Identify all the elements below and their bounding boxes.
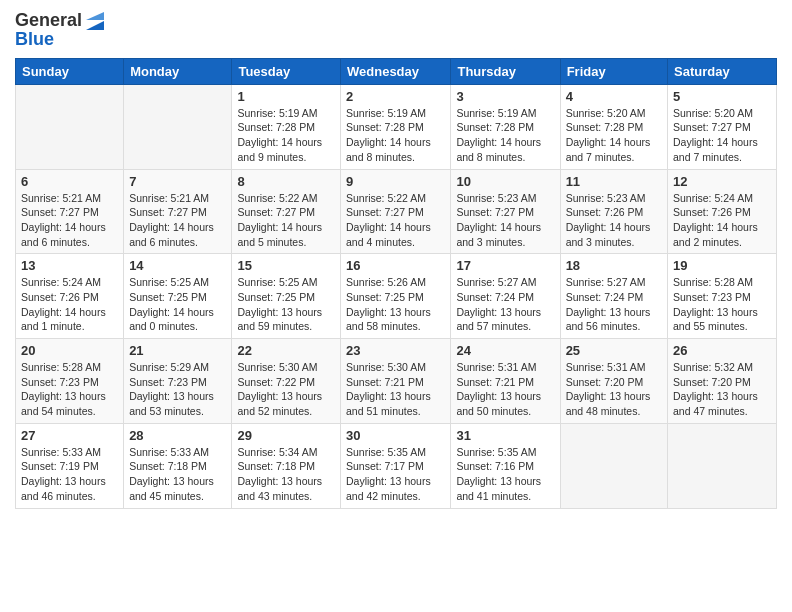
calendar-cell: 31 Sunrise: 5:35 AM Sunset: 7:16 PM Dayl… [451, 423, 560, 508]
day-number: 26 [673, 343, 771, 358]
day-info: Sunrise: 5:20 AM Sunset: 7:28 PM Dayligh… [566, 106, 662, 165]
day-number: 6 [21, 174, 118, 189]
day-info: Sunrise: 5:33 AM Sunset: 7:19 PM Dayligh… [21, 445, 118, 504]
calendar-week-1: 1 Sunrise: 5:19 AM Sunset: 7:28 PM Dayli… [16, 84, 777, 169]
logo-triangle-icon [84, 10, 106, 32]
day-info: Sunrise: 5:22 AM Sunset: 7:27 PM Dayligh… [237, 191, 335, 250]
day-number: 21 [129, 343, 226, 358]
day-info: Sunrise: 5:25 AM Sunset: 7:25 PM Dayligh… [237, 275, 335, 334]
day-info: Sunrise: 5:29 AM Sunset: 7:23 PM Dayligh… [129, 360, 226, 419]
day-number: 28 [129, 428, 226, 443]
calendar-cell: 22 Sunrise: 5:30 AM Sunset: 7:22 PM Dayl… [232, 339, 341, 424]
day-info: Sunrise: 5:31 AM Sunset: 7:21 PM Dayligh… [456, 360, 554, 419]
day-number: 7 [129, 174, 226, 189]
day-number: 15 [237, 258, 335, 273]
calendar-cell: 15 Sunrise: 5:25 AM Sunset: 7:25 PM Dayl… [232, 254, 341, 339]
day-info: Sunrise: 5:35 AM Sunset: 7:16 PM Dayligh… [456, 445, 554, 504]
calendar-cell: 4 Sunrise: 5:20 AM Sunset: 7:28 PM Dayli… [560, 84, 667, 169]
page-container: General Blue SundayMondayTuesdayWednesda… [0, 0, 792, 519]
calendar-cell: 27 Sunrise: 5:33 AM Sunset: 7:19 PM Dayl… [16, 423, 124, 508]
day-number: 2 [346, 89, 445, 104]
day-number: 18 [566, 258, 662, 273]
day-info: Sunrise: 5:20 AM Sunset: 7:27 PM Dayligh… [673, 106, 771, 165]
day-info: Sunrise: 5:28 AM Sunset: 7:23 PM Dayligh… [21, 360, 118, 419]
calendar-cell: 7 Sunrise: 5:21 AM Sunset: 7:27 PM Dayli… [124, 169, 232, 254]
day-number: 8 [237, 174, 335, 189]
day-info: Sunrise: 5:24 AM Sunset: 7:26 PM Dayligh… [21, 275, 118, 334]
day-number: 27 [21, 428, 118, 443]
calendar-week-4: 20 Sunrise: 5:28 AM Sunset: 7:23 PM Dayl… [16, 339, 777, 424]
calendar-cell [16, 84, 124, 169]
day-info: Sunrise: 5:22 AM Sunset: 7:27 PM Dayligh… [346, 191, 445, 250]
day-number: 13 [21, 258, 118, 273]
day-number: 9 [346, 174, 445, 189]
day-number: 23 [346, 343, 445, 358]
calendar-cell: 18 Sunrise: 5:27 AM Sunset: 7:24 PM Dayl… [560, 254, 667, 339]
calendar-cell: 24 Sunrise: 5:31 AM Sunset: 7:21 PM Dayl… [451, 339, 560, 424]
calendar-cell: 23 Sunrise: 5:30 AM Sunset: 7:21 PM Dayl… [341, 339, 451, 424]
calendar-cell: 19 Sunrise: 5:28 AM Sunset: 7:23 PM Dayl… [668, 254, 777, 339]
calendar-cell: 14 Sunrise: 5:25 AM Sunset: 7:25 PM Dayl… [124, 254, 232, 339]
calendar-week-5: 27 Sunrise: 5:33 AM Sunset: 7:19 PM Dayl… [16, 423, 777, 508]
calendar-cell [560, 423, 667, 508]
day-number: 29 [237, 428, 335, 443]
day-number: 24 [456, 343, 554, 358]
calendar-cell: 9 Sunrise: 5:22 AM Sunset: 7:27 PM Dayli… [341, 169, 451, 254]
day-info: Sunrise: 5:27 AM Sunset: 7:24 PM Dayligh… [456, 275, 554, 334]
day-info: Sunrise: 5:30 AM Sunset: 7:22 PM Dayligh… [237, 360, 335, 419]
day-info: Sunrise: 5:31 AM Sunset: 7:20 PM Dayligh… [566, 360, 662, 419]
svg-marker-0 [86, 21, 104, 30]
day-number: 31 [456, 428, 554, 443]
day-info: Sunrise: 5:27 AM Sunset: 7:24 PM Dayligh… [566, 275, 662, 334]
calendar-cell: 20 Sunrise: 5:28 AM Sunset: 7:23 PM Dayl… [16, 339, 124, 424]
weekday-header-friday: Friday [560, 58, 667, 84]
day-number: 3 [456, 89, 554, 104]
day-number: 22 [237, 343, 335, 358]
day-info: Sunrise: 5:35 AM Sunset: 7:17 PM Dayligh… [346, 445, 445, 504]
day-info: Sunrise: 5:21 AM Sunset: 7:27 PM Dayligh… [21, 191, 118, 250]
calendar-cell: 13 Sunrise: 5:24 AM Sunset: 7:26 PM Dayl… [16, 254, 124, 339]
day-info: Sunrise: 5:19 AM Sunset: 7:28 PM Dayligh… [346, 106, 445, 165]
day-number: 5 [673, 89, 771, 104]
day-info: Sunrise: 5:30 AM Sunset: 7:21 PM Dayligh… [346, 360, 445, 419]
calendar-cell: 21 Sunrise: 5:29 AM Sunset: 7:23 PM Dayl… [124, 339, 232, 424]
calendar-cell: 30 Sunrise: 5:35 AM Sunset: 7:17 PM Dayl… [341, 423, 451, 508]
calendar-cell: 6 Sunrise: 5:21 AM Sunset: 7:27 PM Dayli… [16, 169, 124, 254]
day-number: 12 [673, 174, 771, 189]
calendar-cell [124, 84, 232, 169]
day-info: Sunrise: 5:23 AM Sunset: 7:27 PM Dayligh… [456, 191, 554, 250]
calendar-cell: 11 Sunrise: 5:23 AM Sunset: 7:26 PM Dayl… [560, 169, 667, 254]
day-number: 17 [456, 258, 554, 273]
calendar-header-row: SundayMondayTuesdayWednesdayThursdayFrid… [16, 58, 777, 84]
day-number: 25 [566, 343, 662, 358]
calendar-cell: 8 Sunrise: 5:22 AM Sunset: 7:27 PM Dayli… [232, 169, 341, 254]
day-number: 1 [237, 89, 335, 104]
calendar-week-2: 6 Sunrise: 5:21 AM Sunset: 7:27 PM Dayli… [16, 169, 777, 254]
day-info: Sunrise: 5:19 AM Sunset: 7:28 PM Dayligh… [237, 106, 335, 165]
calendar-cell: 28 Sunrise: 5:33 AM Sunset: 7:18 PM Dayl… [124, 423, 232, 508]
day-info: Sunrise: 5:21 AM Sunset: 7:27 PM Dayligh… [129, 191, 226, 250]
calendar-cell: 10 Sunrise: 5:23 AM Sunset: 7:27 PM Dayl… [451, 169, 560, 254]
day-info: Sunrise: 5:24 AM Sunset: 7:26 PM Dayligh… [673, 191, 771, 250]
calendar-cell: 25 Sunrise: 5:31 AM Sunset: 7:20 PM Dayl… [560, 339, 667, 424]
calendar-cell: 29 Sunrise: 5:34 AM Sunset: 7:18 PM Dayl… [232, 423, 341, 508]
calendar-cell: 3 Sunrise: 5:19 AM Sunset: 7:28 PM Dayli… [451, 84, 560, 169]
calendar-cell: 2 Sunrise: 5:19 AM Sunset: 7:28 PM Dayli… [341, 84, 451, 169]
day-info: Sunrise: 5:28 AM Sunset: 7:23 PM Dayligh… [673, 275, 771, 334]
day-info: Sunrise: 5:34 AM Sunset: 7:18 PM Dayligh… [237, 445, 335, 504]
day-number: 20 [21, 343, 118, 358]
day-info: Sunrise: 5:19 AM Sunset: 7:28 PM Dayligh… [456, 106, 554, 165]
calendar-cell: 5 Sunrise: 5:20 AM Sunset: 7:27 PM Dayli… [668, 84, 777, 169]
day-info: Sunrise: 5:33 AM Sunset: 7:18 PM Dayligh… [129, 445, 226, 504]
calendar-cell [668, 423, 777, 508]
calendar-cell: 26 Sunrise: 5:32 AM Sunset: 7:20 PM Dayl… [668, 339, 777, 424]
page-header: General Blue [15, 10, 777, 50]
weekday-header-saturday: Saturday [668, 58, 777, 84]
day-number: 14 [129, 258, 226, 273]
logo: General Blue [15, 10, 106, 50]
day-info: Sunrise: 5:26 AM Sunset: 7:25 PM Dayligh… [346, 275, 445, 334]
calendar-cell: 1 Sunrise: 5:19 AM Sunset: 7:28 PM Dayli… [232, 84, 341, 169]
calendar-cell: 17 Sunrise: 5:27 AM Sunset: 7:24 PM Dayl… [451, 254, 560, 339]
logo-blue-text: Blue [15, 30, 106, 50]
svg-marker-1 [86, 12, 104, 20]
